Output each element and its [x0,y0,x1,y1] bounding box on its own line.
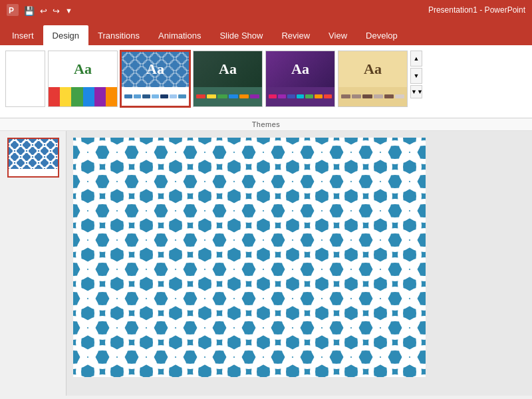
theme2-strips [122,87,189,106]
slide-main[interactable] [73,138,426,377]
ribbon-content: Aa [0,45,532,118]
tab-design[interactable]: Design [43,25,88,45]
theme4-aa: Aa [291,61,309,78]
title-bar: P 💾 ↩ ↪ ▼ Presentation1 - PowerPoint [0,0,532,21]
theme2-aa: Aa [146,61,164,78]
theme-scroll-up[interactable]: ▲ [410,51,422,66]
undo-icon[interactable]: ↩ [40,6,47,16]
theme-item-3[interactable]: Aa [193,51,263,107]
theme3-strips [194,87,262,106]
theme4-preview: Aa [266,51,334,87]
theme5-preview: Aa [338,51,407,87]
theme-blank[interactable] [5,51,45,107]
theme4-strips [266,87,334,106]
theme5-aa: Aa [364,61,382,78]
theme1-aa: Aa [74,61,92,78]
theme-item-1[interactable]: Aa [48,51,118,107]
slide-canvas[interactable] [66,131,532,396]
main-area [0,131,532,396]
tab-animations[interactable]: Animations [149,25,210,45]
svg-rect-14 [9,139,59,169]
slide-thumb-pattern [9,139,59,178]
quick-access-toolbar: P 💾 ↩ ↪ ▼ [7,4,72,18]
quick-save-icon[interactable]: 💾 [24,6,35,16]
svg-text:P: P [9,6,14,15]
theme2-preview: Aa [122,52,189,87]
theme-more[interactable]: ▼▼ [410,85,422,98]
window-title: Presentation1 - PowerPoint [428,5,525,15]
theme3-aa: Aa [219,61,237,78]
customize-icon[interactable]: ▼ [65,7,72,15]
tab-slideshow[interactable]: Slide Show [210,25,272,45]
svg-rect-26 [73,138,426,377]
theme-scroll-down[interactable]: ▼ [410,68,422,84]
theme-item-5[interactable]: Aa [338,51,408,107]
redo-icon[interactable]: ↪ [53,6,60,16]
ribbon-tabs: Insert Design Transitions Animations Sli… [0,21,532,45]
theme1-preview: Aa [49,51,117,87]
tab-view[interactable]: View [319,25,356,45]
slide-thumbnail-1[interactable] [7,138,59,178]
slide-pattern-svg [73,138,426,377]
tab-develop[interactable]: Develop [356,25,407,45]
theme-item-4[interactable]: Aa [265,51,335,107]
tab-transitions[interactable]: Transitions [88,25,149,45]
theme-scroll-controls: ▲ ▼ ▼▼ [410,51,422,98]
svg-rect-15 [9,169,59,178]
theme1-strips [49,87,117,106]
themes-label: Themes [0,118,532,131]
slide-panel [0,131,66,396]
tab-insert[interactable]: Insert [3,25,43,45]
powerpoint-icon: P [7,4,19,18]
theme3-preview: Aa [194,51,262,87]
tab-review[interactable]: Review [272,25,319,45]
theme-item-2[interactable]: Aa [120,51,190,107]
theme5-strips [338,87,407,106]
